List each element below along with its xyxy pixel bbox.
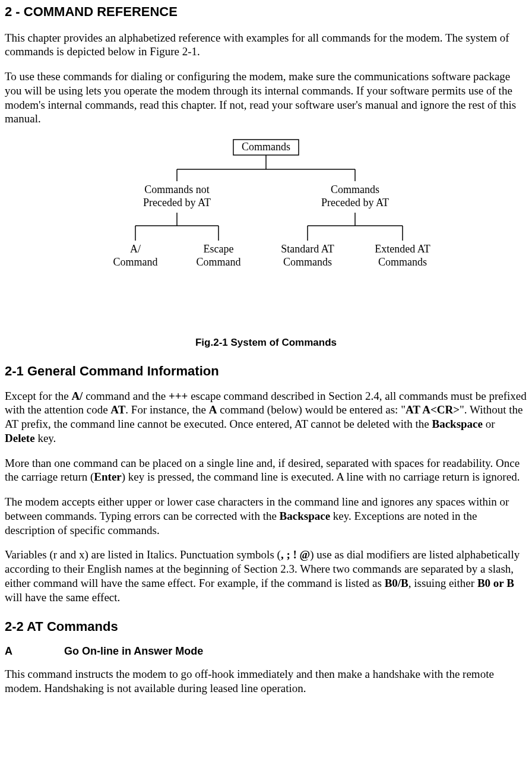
tree-leaf-4-line1: Extended AT [375,243,430,255]
tree-leaf-2-line1: Escape [204,243,234,255]
section-2-1-paragraph-2: More than one command can be placed on a… [5,456,527,485]
tree-branch-left-line1: Commands not [144,184,210,195]
figure-caption: Fig.2-1 System of Commands [5,336,527,349]
intro-paragraph-2: To use these commands for dialing or con… [5,70,527,126]
command-a-description: This command instructs the modem to go o… [5,667,527,696]
command-a-heading: AGo On-line in Answer Mode [5,645,527,658]
intro-paragraph-1: This chapter provides an alphabetized re… [5,31,527,59]
tree-leaf-3-line1: Standard AT [281,243,334,255]
section-2-1-paragraph-4: Variables (r and x) are listed in Italic… [5,548,527,604]
command-a-letter: A [5,645,64,658]
tree-leaf-2-line2: Command [197,256,241,268]
section-2-1-paragraph-3: The modem accepts either upper or lower … [5,495,527,537]
command-tree-diagram: Commands Commands not Preceded by AT Com… [5,137,527,349]
chapter-title: 2 - COMMAND REFERENCE [5,4,527,20]
tree-leaf-1-line1: A/ [130,243,141,255]
section-2-1-paragraph-1: Except for the A/ command and the +++ es… [5,389,527,446]
tree-branch-right-line2: Preceded by AT [321,197,389,209]
command-a-name: Go On-line in Answer Mode [64,645,203,657]
tree-branch-right-line1: Commands [331,184,379,195]
tree-root-label: Commands [242,141,290,153]
tree-leaf-1-line2: Command [113,256,158,268]
tree-branch-left-line2: Preceded by AT [143,197,211,209]
tree-leaf-4-line2: Commands [378,256,427,268]
section-2-2-title: 2-2 AT Commands [5,618,527,635]
section-2-1-title: 2-1 General Command Information [5,363,527,380]
tree-leaf-3-line2: Commands [283,256,332,268]
